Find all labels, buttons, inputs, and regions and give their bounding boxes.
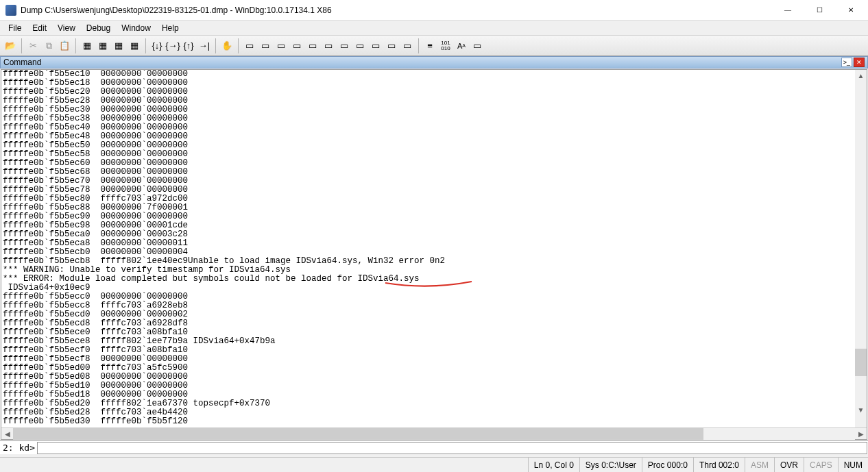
menu-bar: File Edit View Debug Window Help [0, 21, 868, 36]
status-num: NUM [838, 458, 868, 472]
stop-icon[interactable]: ▦ [111, 38, 126, 53]
command-output-area: fffffe0b`f5b5ec10 00000000`00000000 ffff… [1, 69, 867, 440]
vertical-scrollbar[interactable]: ▲ ▼ [855, 70, 867, 427]
options-icon[interactable]: ▭ [470, 38, 485, 53]
window8-icon[interactable]: ▭ [352, 38, 367, 53]
window6-icon[interactable]: ▭ [321, 38, 336, 53]
status-asm: ASM [745, 458, 774, 472]
window5-icon[interactable]: ▭ [305, 38, 320, 53]
window10-icon[interactable]: ▭ [384, 38, 399, 53]
separator [418, 38, 419, 53]
pane-close-icon[interactable]: ✕ [854, 58, 865, 67]
scroll-down-icon[interactable]: ▼ [855, 404, 867, 416]
source-icon[interactable]: ≡ [422, 38, 437, 53]
font-icon[interactable]: AA [454, 38, 469, 53]
run-to-cursor-icon[interactable]: →| [197, 38, 212, 53]
separator [21, 38, 22, 53]
separator [215, 38, 216, 53]
menu-view[interactable]: View [52, 22, 81, 34]
status-sys: Sys 0:C:\User [579, 458, 642, 472]
separator [75, 38, 76, 53]
menu-edit[interactable]: Edit [27, 22, 52, 34]
window-title: Dump C:\Users\wenjung\Desktop\022319-831… [21, 5, 772, 15]
pane-dock-icon[interactable]: >_ [841, 58, 852, 67]
toolbar: 📂 ✂ ⧉ 📋 ▦ ▦ ▦ ▦ {↓} {→} {↑} →| ✋ ▭ ▭ ▭ ▭… [0, 36, 868, 56]
hscroll-thumb[interactable] [13, 428, 703, 440]
step-into-icon[interactable]: {↓} [149, 38, 165, 53]
window2-icon[interactable]: ▭ [258, 38, 273, 53]
command-input[interactable] [38, 443, 867, 454]
status-proc: Proc 000:0 [642, 458, 693, 472]
prompt-label: 2: kd> [1, 443, 36, 453]
horizontal-scrollbar[interactable]: ◀ ▶ [1, 427, 867, 439]
step-out-icon[interactable]: {↑} [181, 38, 196, 53]
paste-icon[interactable]: 📋 [57, 38, 72, 53]
title-bar: Dump C:\Users\wenjung\Desktop\022319-831… [0, 0, 868, 21]
status-filler [0, 458, 528, 472]
minimize-button[interactable]: — [772, 0, 804, 21]
pane-title: Command [3, 58, 41, 67]
go-icon[interactable]: ▦ [80, 38, 95, 53]
status-thrd: Thrd 002:0 [693, 458, 745, 472]
window3-icon[interactable]: ▭ [274, 38, 289, 53]
scroll-thumb[interactable] [855, 349, 867, 376]
window11-icon[interactable]: ▭ [400, 38, 415, 53]
window7-icon[interactable]: ▭ [337, 38, 352, 53]
command-prompt-row: 2: kd> [0, 440, 868, 454]
window1-icon[interactable]: ▭ [242, 38, 257, 53]
status-bar: Ln 0, Col 0 Sys 0:C:\User Proc 000:0 Thr… [0, 457, 868, 472]
command-output[interactable]: fffffe0b`f5b5ec10 00000000`00000000 ffff… [1, 70, 867, 427]
open-icon[interactable]: 📂 [3, 38, 18, 53]
restart-icon[interactable]: ▦ [95, 38, 110, 53]
break-icon[interactable]: ▦ [127, 38, 142, 53]
app-icon [5, 5, 16, 16]
status-caps: CAPS [804, 458, 838, 472]
hand-icon[interactable]: ✋ [219, 38, 234, 53]
scroll-right-icon[interactable]: ▶ [855, 428, 867, 440]
separator [238, 38, 239, 53]
scroll-left-icon[interactable]: ◀ [1, 428, 13, 440]
maximize-button[interactable]: ☐ [804, 0, 835, 21]
window9-icon[interactable]: ▭ [368, 38, 383, 53]
separator [145, 38, 146, 53]
copy-icon[interactable]: ⧉ [41, 38, 56, 53]
status-ln-col: Ln 0, Col 0 [528, 458, 579, 472]
cut-icon[interactable]: ✂ [25, 38, 40, 53]
menu-window[interactable]: Window [116, 22, 156, 34]
command-pane-header: Command >_ ✕ [0, 56, 868, 69]
status-ovr: OVR [774, 458, 804, 472]
menu-debug[interactable]: Debug [81, 22, 116, 34]
window4-icon[interactable]: ▭ [289, 38, 304, 53]
step-over-icon[interactable]: {→} [165, 38, 180, 53]
binary-icon[interactable]: 101010 [438, 38, 453, 53]
scroll-up-icon[interactable]: ▲ [855, 70, 867, 82]
menu-file[interactable]: File [3, 22, 27, 34]
menu-help[interactable]: Help [156, 22, 184, 34]
close-button[interactable]: ✕ [835, 0, 867, 21]
